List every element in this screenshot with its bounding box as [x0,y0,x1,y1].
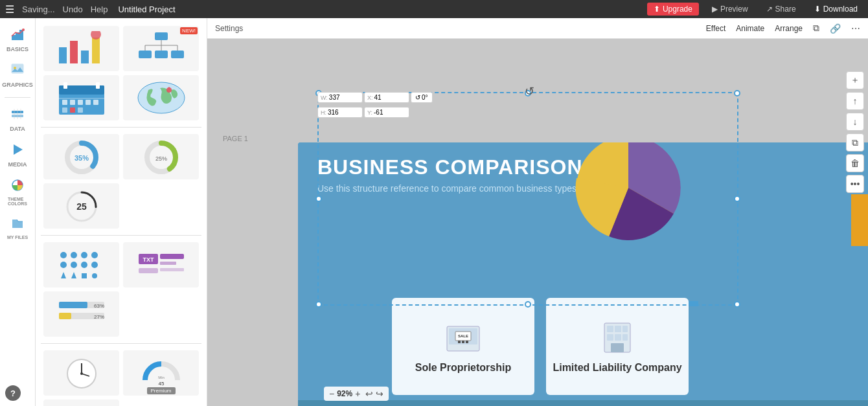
panel-item-bar-progress[interactable]: 63% 27% [43,291,119,337]
svg-rect-37 [62,107,67,113]
panel-item-donut-35[interactable]: 35% [43,134,119,179]
share-button[interactable]: ↗ Share [761,3,801,16]
effect-button[interactable]: Effect [706,24,725,33]
arrange-button[interactable]: Arrange [775,24,803,33]
svg-rect-30 [96,82,100,89]
sidebar-divider-1 [5,97,30,98]
svg-rect-26 [171,51,184,58]
svg-point-52 [60,252,67,258]
transform-controls: W: 337 X: 41 ↺ 0° [317,92,433,103]
svg-point-105 [609,168,648,207]
zoom-in-button[interactable]: + [355,389,360,399]
upgrade-button[interactable]: ⬆ Upgrade [647,3,699,16]
panel-grid-4: Premium 45 Min Premium 50 [41,348,201,406]
panel-divider-2 [41,235,201,236]
svg-rect-69 [160,268,184,271]
add-button[interactable]: ＋ [846,71,864,89]
y-input[interactable]: Y: -61 [364,107,409,118]
width-input[interactable]: W: 337 [317,92,363,103]
svg-point-54 [81,252,87,258]
x-input[interactable]: X: 41 [364,92,409,103]
panel-divider-1 [41,127,201,128]
zoom-out-button[interactable]: − [329,389,334,399]
menu-icon[interactable]: ☰ [5,3,14,16]
panel-item-bar-chart[interactable] [43,26,119,71]
panel-item-org-chart[interactable]: NEW! [123,26,199,71]
link-icon[interactable]: 🔗 [830,23,841,34]
panel-item-clock[interactable] [43,350,119,396]
rotation-input[interactable]: ↺ 0° [411,92,433,103]
svg-rect-38 [70,107,75,113]
panel-grid: NEW! [41,23,201,123]
more-options-button[interactable]: ••• [846,175,864,193]
undo-icon[interactable]: ↩ [365,389,373,399]
svg-text:45: 45 [158,381,164,387]
svg-rect-35 [86,100,91,105]
sidebar-item-media[interactable]: MEDIA [1,139,34,172]
svg-rect-114 [607,326,613,332]
panel-grid-2: 35% 25% 25 [41,131,201,231]
llc-label: Limited Liability Company [553,362,681,374]
sidebar-item-myfiles[interactable]: MY FILES [1,212,34,243]
rotate-handle[interactable]: ↺ [525,84,534,98]
panel-item-speedometer-blue[interactable]: Premium 45 Min [123,350,199,396]
panel-item-world-map[interactable] [123,75,199,120]
move-up-button[interactable]: ↑ [846,92,864,110]
panel-item-text-progress[interactable]: TXT [123,242,199,288]
sidebar-item-data[interactable]: DATA [1,103,34,136]
svg-rect-117 [607,334,613,341]
svg-point-3 [22,28,25,31]
panel-item-speedometer-green[interactable]: Premium 50 [43,400,119,406]
main-layout: BASICS GRAPHICS DATA MEDIA THEMECOLORS [0,18,868,406]
sidebar-item-theme[interactable]: THEMECOLORS [1,174,34,210]
svg-point-58 [81,262,87,268]
delete-button[interactable]: 🗑 [846,154,864,172]
resize-button[interactable]: ⧉ [846,133,864,152]
panel-item-dots[interactable] [43,242,119,288]
svg-point-57 [71,262,77,268]
move-down-button[interactable]: ↓ [846,113,864,131]
svg-rect-25 [155,51,168,58]
svg-marker-61 [71,272,76,278]
redo-icon[interactable]: ↪ [376,389,383,399]
more-icon[interactable]: ⋯ [851,23,860,34]
copy-icon[interactable]: ⧉ [813,23,819,34]
handle-tr[interactable] [734,90,740,96]
sidebar-item-graphics[interactable]: GRAPHICS [1,59,34,92]
svg-marker-11 [14,144,23,155]
svg-rect-74 [59,313,71,319]
help-button[interactable]: Help [91,5,108,14]
svg-text:25: 25 [76,201,87,212]
project-title[interactable]: Untitled Project [118,5,175,14]
undo-button[interactable]: Undo [63,5,83,14]
svg-rect-33 [70,100,75,105]
svg-rect-110 [458,341,461,343]
svg-text:25%: 25% [155,155,166,162]
top-bar: ☰ Saving... Undo Help Untitled Project ⬆… [0,0,868,18]
animate-button[interactable]: Animate [736,24,764,33]
sidebar-item-basics[interactable]: BASICS [1,23,34,56]
pie-chart [570,142,700,272]
sole-prop-label: Sole Proprietorship [415,362,511,374]
share-icon: ↗ [766,5,773,14]
upgrade-icon: ⬆ [654,5,660,14]
new-badge: NEW! [180,27,198,34]
download-button[interactable]: ⬇ Download [809,3,863,16]
svg-rect-16 [92,38,100,63]
panel-item-circle-25[interactable]: 25 [43,183,119,229]
preview-button[interactable]: ▶ Preview [707,3,753,16]
svg-text:TXT: TXT [143,256,154,263]
help-circle-button[interactable]: ? [5,385,21,401]
svg-marker-60 [61,272,66,278]
height-input[interactable]: H: 316 [317,107,363,118]
svg-rect-15 [81,51,89,63]
panel-item-calendar[interactable] [43,75,119,120]
formation-bar: BUSINESS FORMATION AND MANAGEMENT [298,400,868,406]
graphics-label: GRAPHICS [2,82,33,88]
panel-item-gauge-green[interactable]: 25% [123,134,199,179]
llc-card: Limited Liability Company [546,298,689,395]
data-label: DATA [10,126,25,132]
svg-point-59 [91,262,98,268]
media-label: MEDIA [8,161,27,168]
svg-rect-66 [160,254,184,259]
